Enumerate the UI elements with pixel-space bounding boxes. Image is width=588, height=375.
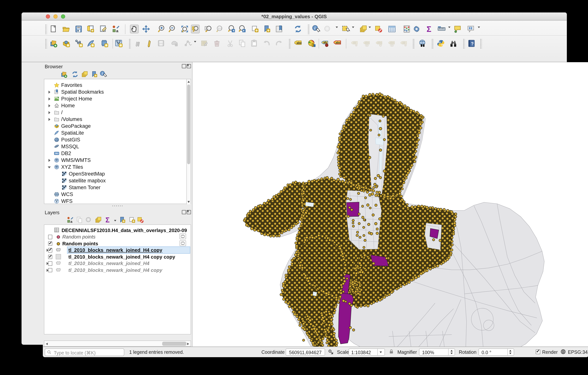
- svg-text:abc: abc: [377, 41, 382, 44]
- svg-text:Σ: Σ: [105, 216, 110, 223]
- svg-text:?: ?: [471, 41, 473, 46]
- svg-text:abc: abc: [390, 41, 394, 44]
- svg-text:1:1: 1:1: [218, 27, 222, 30]
- svg-text:i: i: [102, 71, 103, 75]
- svg-text:abc: abc: [365, 41, 370, 44]
- svg-text:abc: abc: [336, 41, 341, 44]
- svg-text:ab: ab: [402, 41, 405, 44]
- svg-text:a: a: [116, 28, 118, 33]
- svg-text:Σ: Σ: [427, 24, 431, 33]
- svg-text:ab: ab: [323, 41, 326, 44]
- svg-text:DB2: DB2: [55, 152, 59, 154]
- svg-text:abc: abc: [296, 41, 302, 44]
- svg-text:a: a: [71, 219, 73, 223]
- svg-text:ab: ab: [353, 41, 356, 44]
- svg-text:T: T: [470, 26, 472, 30]
